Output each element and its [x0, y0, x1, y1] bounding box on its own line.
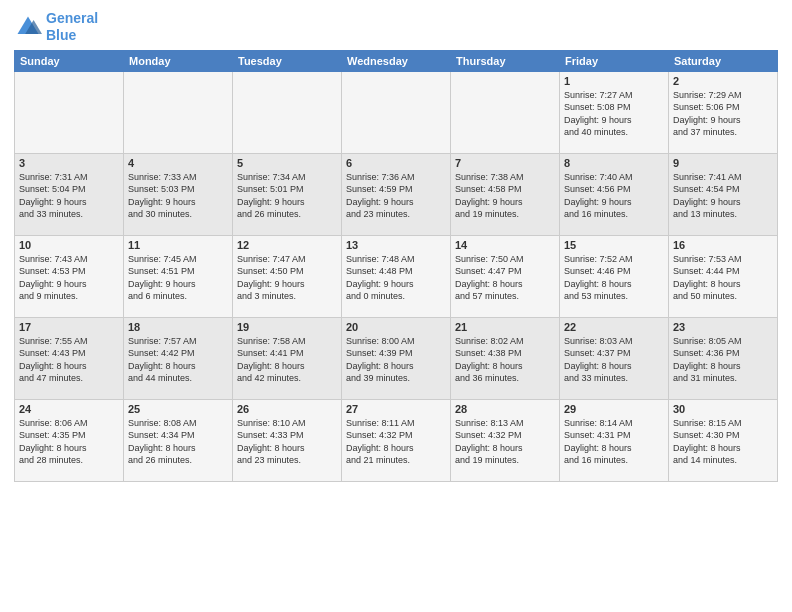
day-info: Sunrise: 7:47 AMSunset: 4:50 PMDaylight:… — [237, 253, 337, 303]
col-header-wednesday: Wednesday — [342, 50, 451, 71]
col-header-thursday: Thursday — [451, 50, 560, 71]
week-row-2: 3Sunrise: 7:31 AMSunset: 5:04 PMDaylight… — [15, 153, 778, 235]
day-number: 30 — [673, 403, 773, 415]
day-info: Sunrise: 8:14 AMSunset: 4:31 PMDaylight:… — [564, 417, 664, 467]
day-info: Sunrise: 7:55 AMSunset: 4:43 PMDaylight:… — [19, 335, 119, 385]
day-info: Sunrise: 7:31 AMSunset: 5:04 PMDaylight:… — [19, 171, 119, 221]
day-info: Sunrise: 7:41 AMSunset: 4:54 PMDaylight:… — [673, 171, 773, 221]
day-cell: 10Sunrise: 7:43 AMSunset: 4:53 PMDayligh… — [15, 235, 124, 317]
day-cell: 18Sunrise: 7:57 AMSunset: 4:42 PMDayligh… — [124, 317, 233, 399]
day-info: Sunrise: 7:27 AMSunset: 5:08 PMDaylight:… — [564, 89, 664, 139]
logo-icon — [14, 13, 42, 41]
day-info: Sunrise: 7:48 AMSunset: 4:48 PMDaylight:… — [346, 253, 446, 303]
day-info: Sunrise: 7:40 AMSunset: 4:56 PMDaylight:… — [564, 171, 664, 221]
day-number: 23 — [673, 321, 773, 333]
header: General Blue — [14, 10, 778, 44]
day-cell: 16Sunrise: 7:53 AMSunset: 4:44 PMDayligh… — [669, 235, 778, 317]
day-cell: 25Sunrise: 8:08 AMSunset: 4:34 PMDayligh… — [124, 399, 233, 481]
day-cell — [342, 71, 451, 153]
day-number: 6 — [346, 157, 446, 169]
day-cell: 23Sunrise: 8:05 AMSunset: 4:36 PMDayligh… — [669, 317, 778, 399]
day-number: 27 — [346, 403, 446, 415]
day-cell: 21Sunrise: 8:02 AMSunset: 4:38 PMDayligh… — [451, 317, 560, 399]
col-header-tuesday: Tuesday — [233, 50, 342, 71]
col-header-friday: Friday — [560, 50, 669, 71]
day-number: 22 — [564, 321, 664, 333]
day-number: 4 — [128, 157, 228, 169]
day-cell: 5Sunrise: 7:34 AMSunset: 5:01 PMDaylight… — [233, 153, 342, 235]
day-number: 19 — [237, 321, 337, 333]
week-row-4: 17Sunrise: 7:55 AMSunset: 4:43 PMDayligh… — [15, 317, 778, 399]
day-cell: 19Sunrise: 7:58 AMSunset: 4:41 PMDayligh… — [233, 317, 342, 399]
day-number: 12 — [237, 239, 337, 251]
logo: General Blue — [14, 10, 98, 44]
day-number: 9 — [673, 157, 773, 169]
day-cell: 30Sunrise: 8:15 AMSunset: 4:30 PMDayligh… — [669, 399, 778, 481]
day-info: Sunrise: 8:05 AMSunset: 4:36 PMDaylight:… — [673, 335, 773, 385]
day-number: 15 — [564, 239, 664, 251]
day-number: 7 — [455, 157, 555, 169]
week-row-3: 10Sunrise: 7:43 AMSunset: 4:53 PMDayligh… — [15, 235, 778, 317]
day-info: Sunrise: 7:57 AMSunset: 4:42 PMDaylight:… — [128, 335, 228, 385]
day-cell — [233, 71, 342, 153]
day-number: 10 — [19, 239, 119, 251]
day-number: 14 — [455, 239, 555, 251]
day-info: Sunrise: 8:10 AMSunset: 4:33 PMDaylight:… — [237, 417, 337, 467]
day-cell: 11Sunrise: 7:45 AMSunset: 4:51 PMDayligh… — [124, 235, 233, 317]
day-info: Sunrise: 7:33 AMSunset: 5:03 PMDaylight:… — [128, 171, 228, 221]
day-cell: 26Sunrise: 8:10 AMSunset: 4:33 PMDayligh… — [233, 399, 342, 481]
day-cell: 15Sunrise: 7:52 AMSunset: 4:46 PMDayligh… — [560, 235, 669, 317]
day-info: Sunrise: 8:13 AMSunset: 4:32 PMDaylight:… — [455, 417, 555, 467]
day-cell: 4Sunrise: 7:33 AMSunset: 5:03 PMDaylight… — [124, 153, 233, 235]
day-info: Sunrise: 7:52 AMSunset: 4:46 PMDaylight:… — [564, 253, 664, 303]
day-info: Sunrise: 7:58 AMSunset: 4:41 PMDaylight:… — [237, 335, 337, 385]
day-cell: 17Sunrise: 7:55 AMSunset: 4:43 PMDayligh… — [15, 317, 124, 399]
day-cell — [451, 71, 560, 153]
col-header-monday: Monday — [124, 50, 233, 71]
day-number: 20 — [346, 321, 446, 333]
day-info: Sunrise: 7:53 AMSunset: 4:44 PMDaylight:… — [673, 253, 773, 303]
day-number: 21 — [455, 321, 555, 333]
day-info: Sunrise: 8:11 AMSunset: 4:32 PMDaylight:… — [346, 417, 446, 467]
day-number: 1 — [564, 75, 664, 87]
page-container: General Blue SundayMondayTuesdayWednesda… — [0, 0, 792, 612]
day-number: 18 — [128, 321, 228, 333]
day-number: 26 — [237, 403, 337, 415]
day-info: Sunrise: 7:29 AMSunset: 5:06 PMDaylight:… — [673, 89, 773, 139]
day-number: 29 — [564, 403, 664, 415]
day-cell: 28Sunrise: 8:13 AMSunset: 4:32 PMDayligh… — [451, 399, 560, 481]
day-number: 5 — [237, 157, 337, 169]
day-cell: 2Sunrise: 7:29 AMSunset: 5:06 PMDaylight… — [669, 71, 778, 153]
day-number: 28 — [455, 403, 555, 415]
day-cell: 3Sunrise: 7:31 AMSunset: 5:04 PMDaylight… — [15, 153, 124, 235]
day-cell: 24Sunrise: 8:06 AMSunset: 4:35 PMDayligh… — [15, 399, 124, 481]
day-cell: 14Sunrise: 7:50 AMSunset: 4:47 PMDayligh… — [451, 235, 560, 317]
day-info: Sunrise: 7:36 AMSunset: 4:59 PMDaylight:… — [346, 171, 446, 221]
day-number: 16 — [673, 239, 773, 251]
day-cell: 27Sunrise: 8:11 AMSunset: 4:32 PMDayligh… — [342, 399, 451, 481]
day-cell: 7Sunrise: 7:38 AMSunset: 4:58 PMDaylight… — [451, 153, 560, 235]
day-cell: 6Sunrise: 7:36 AMSunset: 4:59 PMDaylight… — [342, 153, 451, 235]
header-row: SundayMondayTuesdayWednesdayThursdayFrid… — [15, 50, 778, 71]
logo-text: General Blue — [46, 10, 98, 44]
day-cell: 8Sunrise: 7:40 AMSunset: 4:56 PMDaylight… — [560, 153, 669, 235]
day-cell: 29Sunrise: 8:14 AMSunset: 4:31 PMDayligh… — [560, 399, 669, 481]
day-info: Sunrise: 8:06 AMSunset: 4:35 PMDaylight:… — [19, 417, 119, 467]
day-info: Sunrise: 7:34 AMSunset: 5:01 PMDaylight:… — [237, 171, 337, 221]
day-cell: 9Sunrise: 7:41 AMSunset: 4:54 PMDaylight… — [669, 153, 778, 235]
day-number: 2 — [673, 75, 773, 87]
day-cell — [15, 71, 124, 153]
col-header-sunday: Sunday — [15, 50, 124, 71]
week-row-5: 24Sunrise: 8:06 AMSunset: 4:35 PMDayligh… — [15, 399, 778, 481]
day-cell: 20Sunrise: 8:00 AMSunset: 4:39 PMDayligh… — [342, 317, 451, 399]
day-info: Sunrise: 8:03 AMSunset: 4:37 PMDaylight:… — [564, 335, 664, 385]
day-number: 25 — [128, 403, 228, 415]
day-number: 17 — [19, 321, 119, 333]
col-header-saturday: Saturday — [669, 50, 778, 71]
calendar-table: SundayMondayTuesdayWednesdayThursdayFrid… — [14, 50, 778, 482]
day-info: Sunrise: 7:50 AMSunset: 4:47 PMDaylight:… — [455, 253, 555, 303]
day-cell: 22Sunrise: 8:03 AMSunset: 4:37 PMDayligh… — [560, 317, 669, 399]
day-info: Sunrise: 8:00 AMSunset: 4:39 PMDaylight:… — [346, 335, 446, 385]
day-cell — [124, 71, 233, 153]
day-cell: 12Sunrise: 7:47 AMSunset: 4:50 PMDayligh… — [233, 235, 342, 317]
